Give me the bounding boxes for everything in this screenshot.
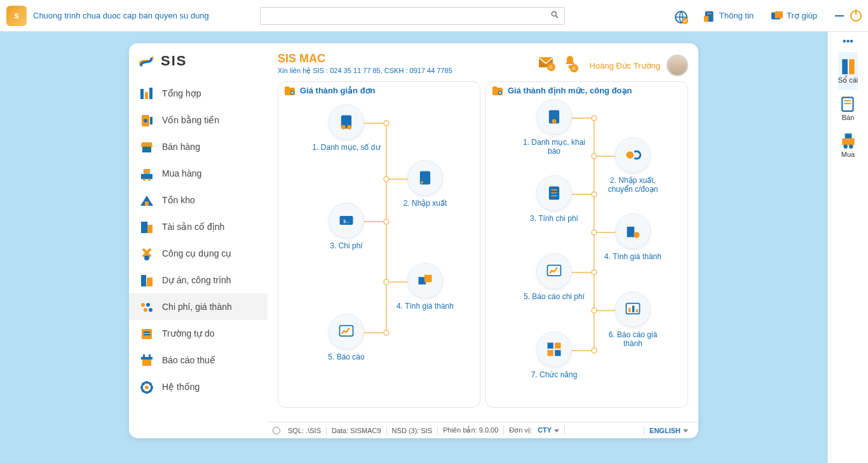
svg-point-30 (144, 308, 147, 312)
mail-button[interactable]: 0 (539, 57, 553, 69)
status-sql: SQL: .\SIS (283, 427, 327, 434)
rail-item[interactable]: Sổ cái (838, 52, 858, 90)
help-icon (770, 10, 783, 22)
svg-point-62 (592, 270, 597, 275)
svg-rect-18 (141, 174, 153, 179)
rail-more-icon[interactable]: ••• (843, 36, 853, 47)
menu-label: Tồn kho (162, 195, 195, 205)
svg-rect-74 (548, 265, 561, 276)
menu-item[interactable]: Trường tự do (129, 320, 268, 347)
svg-point-45 (384, 219, 389, 224)
window-controls (835, 10, 862, 22)
rail-icon (839, 57, 857, 75)
svg-point-44 (384, 177, 389, 182)
svg-point-66 (552, 119, 557, 124)
menu-item[interactable]: Chi phí, giá thành (129, 293, 268, 320)
svg-rect-88 (842, 138, 854, 145)
svg-point-59 (592, 154, 597, 159)
svg-point-31 (149, 308, 153, 312)
info-button[interactable]: Thông tin (698, 7, 759, 25)
bell-button[interactable]: 0 (564, 56, 576, 70)
menu-item[interactable]: Hệ thống (129, 373, 268, 400)
node-nhap-xuat[interactable]: 2. Nhập xuất (390, 160, 460, 208)
svg-rect-24 (147, 225, 153, 233)
menu-item[interactable]: Mua hàng (129, 160, 268, 187)
svg-point-20 (148, 178, 151, 181)
svg-rect-17 (142, 142, 152, 145)
svg-rect-26 (141, 275, 146, 286)
node-chucnang[interactable]: 7. Chức năng (519, 332, 589, 379)
info-label: Thông tin (719, 11, 754, 20)
menu-item[interactable]: Tồn kho (129, 187, 268, 213)
globe-icon (674, 10, 686, 22)
svg-rect-23 (141, 222, 147, 233)
menu-item[interactable]: Tổng hợp (129, 80, 268, 107)
svg-rect-85 (842, 97, 853, 111)
brand-text: SIS (161, 53, 187, 69)
close-button[interactable] (850, 10, 862, 22)
lang-selector[interactable]: ENGLISH (649, 427, 688, 434)
rail-item[interactable]: Mua (838, 126, 858, 163)
svg-rect-27 (147, 278, 153, 286)
global-search[interactable] (260, 7, 565, 25)
folder-icon (285, 86, 295, 95)
node-dm-khaibao[interactable]: 1. Danh mục, khai báo (519, 99, 589, 156)
svg-point-50 (347, 125, 351, 130)
svg-rect-76 (628, 308, 631, 312)
status-indicator-icon (273, 427, 280, 434)
svg-point-60 (592, 192, 597, 197)
node-nhapxuat-cd[interactable]: 2. Nhập xuất, chuyển c/đoạn (598, 137, 668, 194)
menu-item[interactable]: Công cụ dụng cụ (129, 240, 268, 267)
svg-rect-16 (142, 147, 151, 152)
svg-point-43 (384, 121, 389, 126)
chevron-down-icon (683, 429, 688, 433)
globe-button[interactable] (668, 7, 691, 25)
card-left-title: Giá thành giản đơn (300, 86, 376, 95)
search-input[interactable] (266, 11, 550, 20)
svg-point-64 (592, 348, 597, 353)
app-subtitle: Xin liên hệ SIS : 024 35 11 77 85, CSKH … (278, 67, 539, 75)
svg-rect-56 (340, 326, 353, 336)
node-tinh-giathanh2[interactable]: 4. Tính giá thành (598, 213, 668, 261)
svg-rect-22 (145, 201, 149, 206)
search-icon[interactable] (550, 10, 559, 21)
rail-item[interactable]: Bán (838, 90, 858, 126)
card-right-title: Giá thành định mức, công đoạn (508, 86, 632, 95)
rail-icon (839, 95, 857, 112)
license-text: Chuong trinh chua duoc cap ban quyen su … (33, 11, 209, 20)
help-button[interactable]: Trợ giúp (765, 7, 822, 25)
node-chi-phi[interactable]: $...3. Chi phí (311, 203, 381, 250)
menu-label: Trường tự do (162, 328, 215, 339)
menu-label: Hệ thống (162, 382, 200, 392)
menu-item[interactable]: Bán hàng (129, 133, 268, 160)
menu-item[interactable]: Vốn bằng tiền (129, 107, 268, 133)
canvas-area: SIS Tổng hợpVốn bằng tiềnBán hàngMua hàn… (0, 32, 827, 463)
menu-icon (139, 300, 154, 314)
node-tinh-chiphi[interactable]: 3. Tính chi phí (519, 175, 589, 223)
menu-item[interactable]: Tài sản cố định (129, 213, 268, 240)
svg-rect-82 (555, 350, 560, 356)
menu-item[interactable]: Báo cáo thuế (129, 347, 268, 373)
menu-icon (139, 273, 154, 287)
menu-label: Báo cáo thuế (162, 355, 215, 365)
menu-icon (139, 380, 154, 394)
node-bao-cao[interactable]: 5. Báo cáo (311, 314, 381, 361)
svg-rect-34 (144, 334, 150, 335)
minimize-button[interactable] (835, 15, 844, 17)
menu-item[interactable]: Dự án, công trình (129, 267, 268, 293)
status-nsd: NSD (3): SIS (387, 427, 438, 434)
app-logo: S (6, 6, 27, 26)
svg-rect-11 (149, 88, 153, 99)
node-dm-sodu[interactable]: 1. Danh mục, số dư (311, 104, 381, 152)
main-menu: Tổng hợpVốn bằng tiềnBán hàngMua hàngTồn… (129, 80, 268, 400)
node-baocao-giathanh[interactable]: 6. Báo cáo giá thành (598, 292, 668, 348)
svg-rect-86 (844, 100, 851, 102)
unit-selector[interactable]: CTY (538, 426, 559, 434)
node-baocao-chiphi[interactable]: 5. Báo cáo chi phí (519, 253, 589, 301)
svg-point-63 (592, 308, 597, 313)
node-tinh-gia-thanh[interactable]: 4. Tính giá thành (390, 263, 460, 311)
user-block[interactable]: Hoàng Đức Trường (590, 55, 688, 76)
left-sidebar: SIS Tổng hợpVốn bằng tiềnBán hàngMua hàn… (129, 43, 268, 415)
flow-left: 1. Danh mục, số dư 2. Nhập xuất $...3. C… (285, 98, 473, 387)
menu-icon (139, 86, 154, 100)
